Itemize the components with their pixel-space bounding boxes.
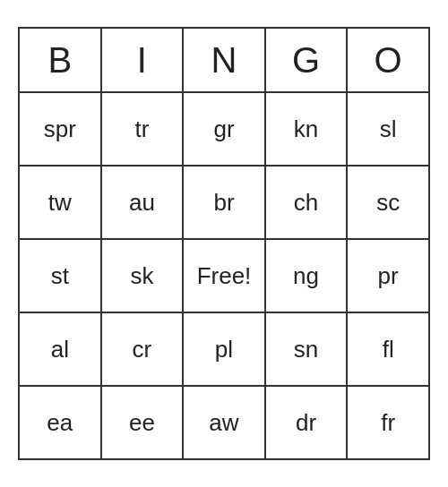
header-cell-n: N	[184, 29, 266, 91]
cell-r2-c5: sc	[348, 167, 428, 238]
cell-r5-c4: dr	[266, 387, 349, 458]
cell-r3-c3: Free!	[184, 240, 266, 312]
cell-r1-c2: tr	[102, 93, 185, 165]
cell-r5-c5: fr	[348, 387, 428, 458]
cell-r3-c1: st	[20, 240, 102, 312]
header-cell-b: B	[20, 29, 102, 91]
cell-r1-c3: gr	[184, 93, 266, 165]
cell-r2-c4: ch	[266, 167, 349, 238]
cell-r1-c1: spr	[20, 93, 102, 165]
cell-r4-c3: pl	[184, 313, 266, 385]
cell-r1-c4: kn	[266, 93, 349, 165]
cell-r4-c4: sn	[266, 313, 349, 385]
header-cell-i: I	[102, 29, 185, 91]
cell-r4-c2: cr	[102, 313, 185, 385]
cell-r4-c1: al	[20, 313, 102, 385]
cell-r4-c5: fl	[348, 313, 428, 385]
bingo-row-1: sprtrgrknsl	[20, 91, 428, 165]
bingo-header: BINGO	[20, 29, 428, 91]
cell-r3-c2: sk	[102, 240, 185, 312]
header-cell-o: O	[348, 29, 428, 91]
header-cell-g: G	[266, 29, 349, 91]
cell-r2-c3: br	[184, 167, 266, 238]
bingo-row-3: stskFree!ngpr	[20, 238, 428, 312]
bingo-row-4: alcrplsnfl	[20, 312, 428, 385]
cell-r5-c2: ee	[102, 387, 185, 458]
cell-r5-c3: aw	[184, 387, 266, 458]
bingo-row-5: eaeeawdrfr	[20, 385, 428, 458]
cell-r2-c1: tw	[20, 167, 102, 238]
cell-r1-c5: sl	[348, 93, 428, 165]
cell-r5-c1: ea	[20, 387, 102, 458]
cell-r3-c4: ng	[266, 240, 349, 312]
bingo-card: BINGO sprtrgrknsltwaubrchscstskFree!ngpr…	[18, 27, 430, 460]
cell-r2-c2: au	[102, 167, 185, 238]
cell-r3-c5: pr	[348, 240, 428, 312]
bingo-row-2: twaubrchsc	[20, 165, 428, 238]
